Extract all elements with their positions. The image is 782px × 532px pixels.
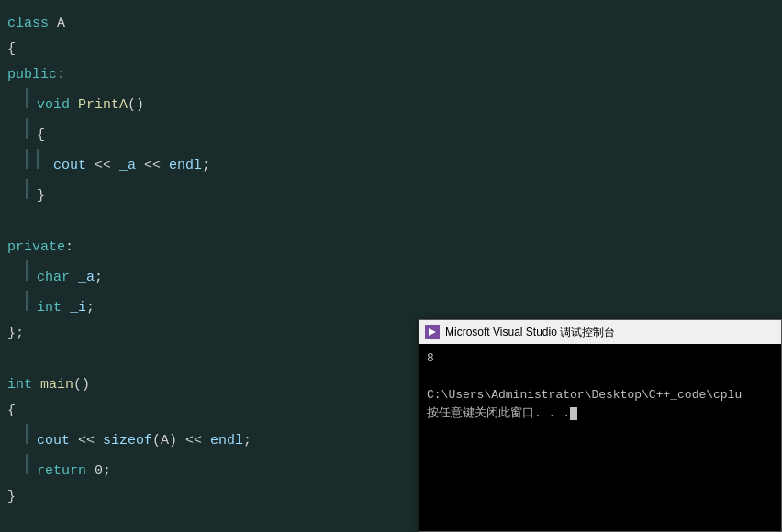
code-line-7: }	[7, 179, 782, 209]
gutter-bar-17	[26, 454, 28, 474]
svg-marker-0	[429, 328, 436, 336]
code-line-1: class A	[7, 11, 782, 37]
code-line-8	[7, 209, 782, 235]
code-line-2: {	[7, 37, 782, 62]
cursor	[570, 407, 577, 420]
code-line-6: cout << _a << endl ;	[7, 149, 782, 179]
gutter-bar-4	[26, 88, 28, 108]
gutter-bar-11	[26, 291, 28, 311]
gutter-bar-10	[26, 260, 28, 281]
code-line-4: void PrintA()	[7, 88, 782, 118]
vs-logo-svg	[427, 327, 438, 338]
gutter-bar-7	[26, 179, 28, 199]
code-line-9: private:	[7, 235, 782, 260]
gutter-bar-5	[26, 118, 28, 139]
gutter-bar-6b	[37, 149, 39, 169]
console-output-line2	[427, 368, 774, 386]
console-output-line4: 按任意键关闭此窗口. . .	[427, 405, 774, 423]
console-title: Microsoft Visual Studio 调试控制台	[445, 325, 776, 340]
gutter-bar-16	[26, 424, 28, 444]
console-window: Microsoft Visual Studio 调试控制台 8 C:\Users…	[419, 319, 782, 532]
code-line-11: int _i ;	[7, 291, 782, 321]
gutter-bar-6a	[26, 149, 28, 169]
vs-icon	[425, 325, 440, 339]
console-output-line1: 8	[427, 349, 774, 368]
console-titlebar: Microsoft Visual Studio 调试控制台	[419, 320, 781, 344]
console-output: 8 C:\Users\Administrator\Desktop\C++_cod…	[419, 344, 781, 531]
code-line-10: char _a ;	[7, 260, 782, 291]
code-line-5: {	[7, 118, 782, 149]
code-line-3: public:	[7, 62, 782, 88]
console-output-line3: C:\Users\Administrator\Desktop\C++_code\…	[427, 386, 774, 405]
